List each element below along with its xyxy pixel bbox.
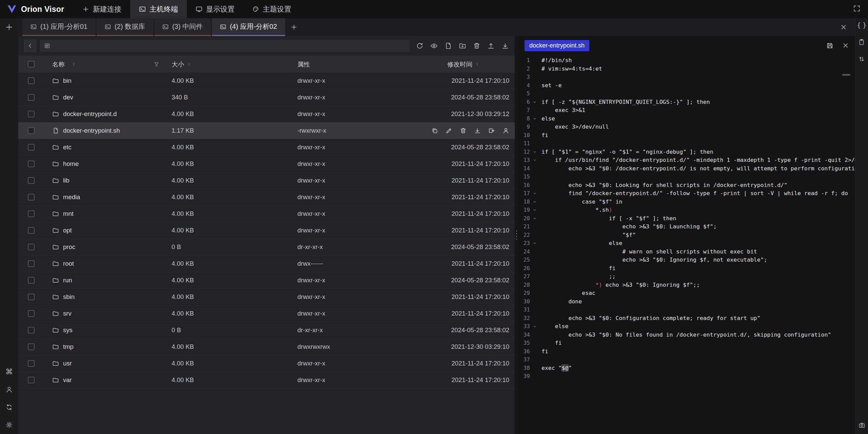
sort-name-icon[interactable]: [71, 62, 76, 67]
row-checkbox[interactable]: [28, 227, 35, 234]
row-checkbox[interactable]: [28, 327, 35, 334]
user-icon[interactable]: [5, 386, 13, 393]
scrollbar-thumb[interactable]: [842, 74, 850, 76]
copy-icon[interactable]: [431, 127, 438, 134]
row-checkbox[interactable]: [28, 194, 35, 201]
new-file-icon[interactable]: [445, 42, 452, 50]
plus-icon[interactable]: [5, 23, 13, 31]
column-size[interactable]: 大小: [172, 60, 184, 69]
braces-icon[interactable]: { }: [857, 22, 867, 29]
menu-item-4[interactable]: 主题设置: [243, 0, 300, 18]
row-checkbox[interactable]: [28, 244, 35, 250]
settings-icon[interactable]: [5, 421, 13, 429]
table-header: 名称 大小 属性 修改时间: [18, 56, 515, 73]
select-all-checkbox[interactable]: [28, 61, 35, 68]
close-panel-icon[interactable]: [840, 24, 847, 31]
row-checkbox[interactable]: [28, 94, 35, 101]
download-icon[interactable]: [501, 42, 509, 50]
row-checkbox[interactable]: [28, 161, 35, 167]
file-row-sbin[interactable]: sbin4.00 KBdrwxr-xr-x2021-11-24 17:20:10: [18, 289, 515, 305]
fold-chevron-icon[interactable]: [530, 156, 539, 165]
menu-item-1[interactable]: 新建连接: [74, 0, 130, 18]
row-checkbox[interactable]: [28, 77, 35, 84]
code-area[interactable]: 1#!/bin/sh2# vim:sw=4:ts=4:et34set -e56i…: [518, 55, 855, 434]
delete-icon[interactable]: [473, 42, 480, 50]
edit-icon[interactable]: [446, 127, 452, 134]
refresh-icon[interactable]: [416, 42, 423, 50]
file-row-docker-entrypoint.d[interactable]: docker-entrypoint.d4.00 KBdrwxr-xr-x2021…: [18, 106, 515, 122]
file-row-docker-entrypoint.sh[interactable]: docker-entrypoint.sh1.17 KB-rwxrwxr-x: [18, 122, 515, 139]
save-icon[interactable]: [826, 42, 833, 49]
fold-chevron-icon[interactable]: [530, 214, 539, 223]
file-row-mnt[interactable]: mnt4.00 KBdrwxr-xr-x2021-11-24 17:20:10: [18, 206, 515, 222]
add-tab-icon[interactable]: [291, 24, 297, 31]
sort-mtime-icon[interactable]: [475, 62, 480, 67]
file-row-proc[interactable]: proc0 Bdr-xr-xr-x2024-05-28 23:58:02: [18, 239, 515, 256]
permission-icon[interactable]: [502, 127, 509, 134]
fold-chevron-icon[interactable]: [530, 206, 539, 214]
fold-chevron-icon[interactable]: [530, 198, 539, 206]
file-row-var[interactable]: var4.00 KBdrwxr-xr-x2021-11-24 17:20:10: [18, 372, 515, 389]
transfer-icon[interactable]: [858, 56, 865, 62]
file-row-dev[interactable]: dev340 Bdrwxr-xr-x2024-05-28 23:58:02: [18, 89, 515, 106]
file-row-opt[interactable]: opt4.00 KBdrwxr-xr-x2021-11-24 17:20:10: [18, 222, 515, 239]
file-row-etc[interactable]: etc4.00 KBdrwxr-xr-x2024-05-28 23:58:02: [18, 139, 515, 156]
new-folder-icon[interactable]: [459, 42, 466, 50]
file-name: run: [63, 277, 72, 284]
panel-splitter[interactable]: [515, 36, 518, 434]
row-checkbox[interactable]: [28, 343, 35, 350]
row-checkbox[interactable]: [28, 294, 35, 300]
file-row-media[interactable]: media4.00 KBdrwxr-xr-x2021-11-24 17:20:1…: [18, 189, 515, 206]
clipboard-icon[interactable]: [858, 39, 865, 45]
fold-chevron-icon[interactable]: [530, 115, 539, 123]
fullscreen-icon[interactable]: [853, 5, 861, 12]
back-button[interactable]: [24, 40, 36, 52]
row-checkbox[interactable]: [28, 111, 35, 117]
download-icon[interactable]: [474, 127, 481, 134]
row-checkbox[interactable]: [28, 177, 35, 184]
file-row-tmp[interactable]: tmp4.00 KBdrwxrwxrwx2021-12-30 03:29:10: [18, 339, 515, 355]
menu-item-2[interactable]: 主机终端: [130, 0, 187, 18]
row-checkbox[interactable]: [28, 210, 35, 217]
move-icon[interactable]: [488, 127, 495, 134]
fold-chevron-icon[interactable]: [530, 98, 539, 107]
row-checkbox[interactable]: [28, 144, 35, 151]
fold-chevron-icon[interactable]: [530, 148, 539, 156]
delete-icon[interactable]: [460, 127, 467, 134]
tab-2[interactable]: (2) 数据库: [97, 18, 153, 36]
sort-size-icon[interactable]: [186, 62, 192, 67]
file-row-usr[interactable]: usr4.00 KBdrwxr-xr-x2021-11-24 17:20:10: [18, 355, 515, 372]
tab-3[interactable]: (3) 中间件: [154, 18, 211, 36]
filter-icon[interactable]: [154, 61, 159, 67]
menu-item-3[interactable]: 显示设置: [187, 0, 243, 18]
file-row-run[interactable]: run4.00 KBdrwxr-xr-x2024-05-28 23:58:02: [18, 272, 515, 289]
row-checkbox[interactable]: [28, 260, 35, 267]
sync-icon[interactable]: [5, 403, 13, 411]
file-row-srv[interactable]: srv4.00 KBdrwxr-xr-x2021-11-24 17:20:10: [18, 305, 515, 322]
path-input[interactable]: [40, 40, 410, 52]
fold-chevron-icon[interactable]: [530, 189, 539, 198]
command-icon[interactable]: ⌘: [5, 368, 13, 376]
fold-chevron-icon[interactable]: [530, 239, 539, 248]
row-checkbox[interactable]: [28, 360, 35, 367]
row-checkbox[interactable]: [28, 277, 35, 284]
file-row-bin[interactable]: bin4.00 KBdrwxr-xr-x2021-11-24 17:20:10: [18, 73, 515, 89]
camera-icon[interactable]: [859, 422, 865, 429]
file-row-root[interactable]: root4.00 KBdrwx------2021-11-24 17:20:10: [18, 256, 515, 272]
row-checkbox[interactable]: [28, 127, 35, 134]
column-mtime[interactable]: 修改时间: [447, 60, 472, 69]
fold-chevron-icon[interactable]: [530, 322, 539, 331]
row-checkbox[interactable]: [28, 377, 35, 383]
code-line-11: 11: [518, 139, 855, 148]
upload-icon[interactable]: [487, 42, 495, 50]
row-checkbox[interactable]: [28, 310, 35, 317]
tab-1[interactable]: (1) 应用-分析01: [22, 18, 96, 36]
tab-4[interactable]: (4) 应用-分析02: [212, 18, 285, 36]
file-row-lib[interactable]: lib4.00 KBdrwxr-xr-x2021-11-24 17:20:10: [18, 172, 515, 189]
open-file-tag[interactable]: docker-entrypoint.sh: [525, 40, 589, 51]
editor-close-icon[interactable]: [842, 42, 849, 49]
show-hidden-icon[interactable]: [430, 42, 438, 50]
file-row-home[interactable]: home4.00 KBdrwxr-xr-x2021-11-24 17:20:10: [18, 156, 515, 172]
column-name[interactable]: 名称: [52, 60, 65, 69]
file-row-sys[interactable]: sys0 Bdr-xr-xr-x2024-05-28 23:58:02: [18, 322, 515, 339]
